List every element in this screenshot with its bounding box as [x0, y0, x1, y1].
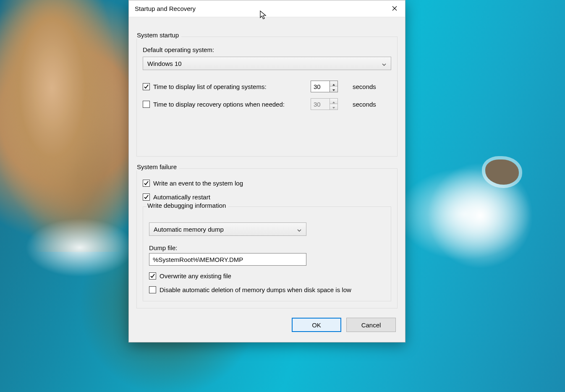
time-list-label: Time to display list of operating system…	[153, 83, 267, 90]
write-debug-info-legend: Write debugging information	[146, 202, 228, 209]
overwrite-checkbox[interactable]	[149, 272, 156, 280]
seconds-label: seconds	[353, 101, 376, 108]
time-recovery-value	[311, 99, 330, 110]
overwrite-label: Overwrite any existing file	[160, 272, 231, 280]
chevron-down-icon	[296, 226, 303, 233]
triangle-down-icon	[332, 103, 335, 110]
dialog-button-row: OK Cancel	[136, 308, 398, 335]
wallpaper-decor	[0, 0, 130, 252]
auto-restart-checkbox[interactable]	[143, 193, 150, 201]
time-recovery-label: Time to display recovery options when ne…	[153, 101, 285, 108]
spin-down-button[interactable]	[330, 86, 337, 92]
disable-auto-delete-label: Disable automatic deletion of memory dum…	[160, 286, 351, 293]
disable-auto-delete-checkbox[interactable]	[149, 286, 156, 293]
dialog-title: Startup and Recovery	[135, 5, 196, 12]
desktop-wallpaper: Startup and Recovery System startup Defa…	[0, 0, 565, 392]
auto-restart-label: Automatically restart	[153, 193, 210, 201]
system-failure-group: System failure Write an event to the sys…	[136, 168, 398, 308]
time-list-spinner[interactable]	[311, 81, 338, 92]
cancel-button[interactable]: Cancel	[346, 318, 396, 332]
close-icon	[392, 5, 397, 12]
dump-file-input[interactable]	[149, 253, 306, 266]
default-os-label: Default operating system:	[143, 46, 391, 53]
default-os-dropdown[interactable]: Windows 10	[143, 57, 391, 70]
close-button[interactable]	[385, 0, 404, 17]
wallpaper-decor	[25, 218, 134, 277]
spin-down-button	[330, 104, 337, 110]
dump-type-value: Automatic memory dump	[154, 226, 296, 233]
ok-button-label: OK	[312, 321, 321, 329]
system-startup-legend: System startup	[136, 31, 181, 39]
time-list-checkbox[interactable]	[143, 83, 150, 90]
dump-file-label: Dump file:	[149, 244, 385, 251]
write-event-label: Write an event to the system log	[153, 180, 243, 187]
system-failure-legend: System failure	[136, 163, 179, 170]
titlebar[interactable]: Startup and Recovery	[129, 0, 405, 17]
default-os-value: Windows 10	[147, 60, 381, 67]
time-list-value[interactable]	[311, 81, 330, 92]
write-event-checkbox[interactable]	[143, 180, 150, 187]
seconds-label: seconds	[353, 83, 376, 90]
dump-type-dropdown[interactable]: Automatic memory dump	[149, 222, 306, 236]
cancel-button-label: Cancel	[361, 321, 381, 329]
time-recovery-checkbox[interactable]	[143, 101, 150, 108]
time-recovery-spinner	[311, 98, 338, 110]
chevron-down-icon	[381, 60, 387, 67]
triangle-down-icon	[332, 86, 335, 93]
startup-and-recovery-dialog: Startup and Recovery System startup Defa…	[128, 0, 405, 342]
system-startup-group: System startup Default operating system:…	[136, 37, 398, 157]
write-debug-info-group: Write debugging information Automatic me…	[143, 206, 391, 301]
ok-button[interactable]: OK	[292, 318, 341, 332]
